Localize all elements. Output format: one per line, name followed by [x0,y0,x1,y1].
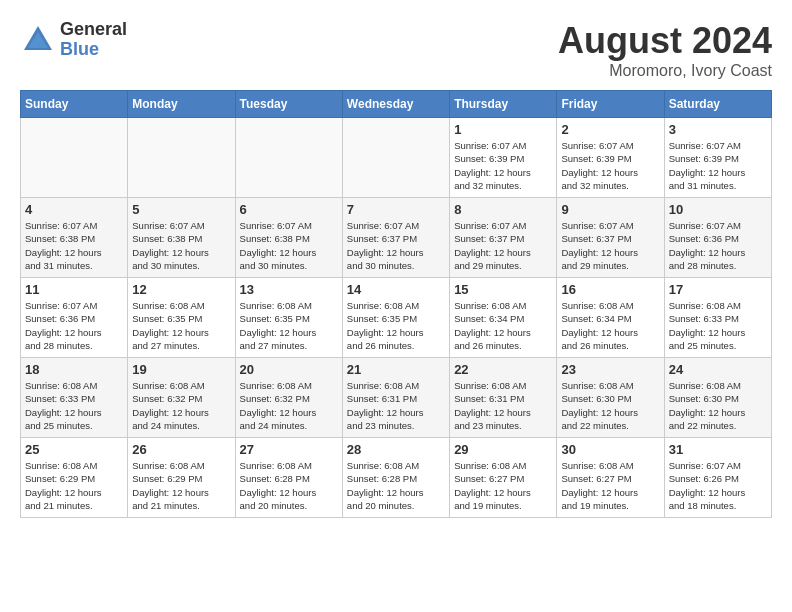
day-info: Sunrise: 6:08 AMSunset: 6:30 PMDaylight:… [561,379,659,432]
calendar-cell: 10Sunrise: 6:07 AMSunset: 6:36 PMDayligh… [664,198,771,278]
day-info: Sunrise: 6:07 AMSunset: 6:39 PMDaylight:… [669,139,767,192]
calendar-cell [21,118,128,198]
day-info: Sunrise: 6:08 AMSunset: 6:33 PMDaylight:… [25,379,123,432]
logo-text: General Blue [60,20,127,60]
day-number: 13 [240,282,338,297]
calendar-cell: 15Sunrise: 6:08 AMSunset: 6:34 PMDayligh… [450,278,557,358]
calendar-cell: 30Sunrise: 6:08 AMSunset: 6:27 PMDayligh… [557,438,664,518]
day-number: 25 [25,442,123,457]
logo-blue-text: Blue [60,40,127,60]
day-info: Sunrise: 6:08 AMSunset: 6:27 PMDaylight:… [561,459,659,512]
day-number: 23 [561,362,659,377]
calendar-cell: 27Sunrise: 6:08 AMSunset: 6:28 PMDayligh… [235,438,342,518]
calendar-cell: 28Sunrise: 6:08 AMSunset: 6:28 PMDayligh… [342,438,449,518]
calendar-cell: 12Sunrise: 6:08 AMSunset: 6:35 PMDayligh… [128,278,235,358]
day-number: 6 [240,202,338,217]
day-info: Sunrise: 6:07 AMSunset: 6:38 PMDaylight:… [25,219,123,272]
day-number: 9 [561,202,659,217]
day-info: Sunrise: 6:08 AMSunset: 6:28 PMDaylight:… [240,459,338,512]
calendar-cell [342,118,449,198]
calendar-cell: 8Sunrise: 6:07 AMSunset: 6:37 PMDaylight… [450,198,557,278]
day-number: 11 [25,282,123,297]
day-info: Sunrise: 6:08 AMSunset: 6:29 PMDaylight:… [132,459,230,512]
day-of-week-header: Sunday [21,91,128,118]
day-info: Sunrise: 6:07 AMSunset: 6:37 PMDaylight:… [454,219,552,272]
day-info: Sunrise: 6:08 AMSunset: 6:31 PMDaylight:… [454,379,552,432]
calendar-cell: 13Sunrise: 6:08 AMSunset: 6:35 PMDayligh… [235,278,342,358]
day-of-week-header: Monday [128,91,235,118]
calendar-cell: 18Sunrise: 6:08 AMSunset: 6:33 PMDayligh… [21,358,128,438]
day-number: 10 [669,202,767,217]
calendar-cell: 11Sunrise: 6:07 AMSunset: 6:36 PMDayligh… [21,278,128,358]
calendar-cell: 25Sunrise: 6:08 AMSunset: 6:29 PMDayligh… [21,438,128,518]
calendar-cell [235,118,342,198]
calendar-cell: 19Sunrise: 6:08 AMSunset: 6:32 PMDayligh… [128,358,235,438]
day-info: Sunrise: 6:08 AMSunset: 6:34 PMDaylight:… [561,299,659,352]
calendar-week-row: 11Sunrise: 6:07 AMSunset: 6:36 PMDayligh… [21,278,772,358]
day-info: Sunrise: 6:08 AMSunset: 6:31 PMDaylight:… [347,379,445,432]
day-of-week-header: Wednesday [342,91,449,118]
day-number: 27 [240,442,338,457]
day-info: Sunrise: 6:08 AMSunset: 6:28 PMDaylight:… [347,459,445,512]
calendar-cell: 14Sunrise: 6:08 AMSunset: 6:35 PMDayligh… [342,278,449,358]
day-info: Sunrise: 6:07 AMSunset: 6:37 PMDaylight:… [347,219,445,272]
day-info: Sunrise: 6:08 AMSunset: 6:27 PMDaylight:… [454,459,552,512]
day-info: Sunrise: 6:08 AMSunset: 6:35 PMDaylight:… [240,299,338,352]
calendar-week-row: 18Sunrise: 6:08 AMSunset: 6:33 PMDayligh… [21,358,772,438]
calendar-cell: 4Sunrise: 6:07 AMSunset: 6:38 PMDaylight… [21,198,128,278]
day-number: 26 [132,442,230,457]
day-info: Sunrise: 6:07 AMSunset: 6:36 PMDaylight:… [669,219,767,272]
day-number: 18 [25,362,123,377]
day-number: 19 [132,362,230,377]
calendar-cell: 16Sunrise: 6:08 AMSunset: 6:34 PMDayligh… [557,278,664,358]
calendar-cell: 24Sunrise: 6:08 AMSunset: 6:30 PMDayligh… [664,358,771,438]
calendar-table: SundayMondayTuesdayWednesdayThursdayFrid… [20,90,772,518]
day-of-week-header: Thursday [450,91,557,118]
day-info: Sunrise: 6:07 AMSunset: 6:38 PMDaylight:… [132,219,230,272]
day-number: 14 [347,282,445,297]
calendar-cell: 26Sunrise: 6:08 AMSunset: 6:29 PMDayligh… [128,438,235,518]
calendar-location: Moromoro, Ivory Coast [558,62,772,80]
calendar-week-row: 1Sunrise: 6:07 AMSunset: 6:39 PMDaylight… [21,118,772,198]
day-info: Sunrise: 6:08 AMSunset: 6:35 PMDaylight:… [347,299,445,352]
day-number: 12 [132,282,230,297]
logo-general-text: General [60,20,127,40]
logo: General Blue [20,20,127,60]
day-number: 28 [347,442,445,457]
day-info: Sunrise: 6:07 AMSunset: 6:36 PMDaylight:… [25,299,123,352]
day-info: Sunrise: 6:08 AMSunset: 6:35 PMDaylight:… [132,299,230,352]
day-number: 22 [454,362,552,377]
day-number: 21 [347,362,445,377]
day-number: 2 [561,122,659,137]
day-info: Sunrise: 6:08 AMSunset: 6:33 PMDaylight:… [669,299,767,352]
day-number: 15 [454,282,552,297]
calendar-cell: 20Sunrise: 6:08 AMSunset: 6:32 PMDayligh… [235,358,342,438]
title-block: August 2024 Moromoro, Ivory Coast [558,20,772,80]
calendar-cell: 6Sunrise: 6:07 AMSunset: 6:38 PMDaylight… [235,198,342,278]
day-info: Sunrise: 6:07 AMSunset: 6:39 PMDaylight:… [561,139,659,192]
day-number: 1 [454,122,552,137]
day-number: 31 [669,442,767,457]
day-info: Sunrise: 6:07 AMSunset: 6:39 PMDaylight:… [454,139,552,192]
calendar-cell: 17Sunrise: 6:08 AMSunset: 6:33 PMDayligh… [664,278,771,358]
calendar-cell: 1Sunrise: 6:07 AMSunset: 6:39 PMDaylight… [450,118,557,198]
day-info: Sunrise: 6:08 AMSunset: 6:32 PMDaylight:… [240,379,338,432]
logo-icon [20,22,56,58]
day-number: 29 [454,442,552,457]
calendar-cell: 5Sunrise: 6:07 AMSunset: 6:38 PMDaylight… [128,198,235,278]
calendar-header-row: SundayMondayTuesdayWednesdayThursdayFrid… [21,91,772,118]
page-header: General Blue August 2024 Moromoro, Ivory… [20,20,772,80]
day-info: Sunrise: 6:08 AMSunset: 6:32 PMDaylight:… [132,379,230,432]
day-number: 3 [669,122,767,137]
day-info: Sunrise: 6:07 AMSunset: 6:37 PMDaylight:… [561,219,659,272]
day-number: 5 [132,202,230,217]
calendar-cell: 2Sunrise: 6:07 AMSunset: 6:39 PMDaylight… [557,118,664,198]
day-of-week-header: Saturday [664,91,771,118]
day-number: 7 [347,202,445,217]
day-info: Sunrise: 6:08 AMSunset: 6:34 PMDaylight:… [454,299,552,352]
day-number: 8 [454,202,552,217]
calendar-cell: 29Sunrise: 6:08 AMSunset: 6:27 PMDayligh… [450,438,557,518]
day-number: 17 [669,282,767,297]
day-number: 24 [669,362,767,377]
day-info: Sunrise: 6:07 AMSunset: 6:26 PMDaylight:… [669,459,767,512]
